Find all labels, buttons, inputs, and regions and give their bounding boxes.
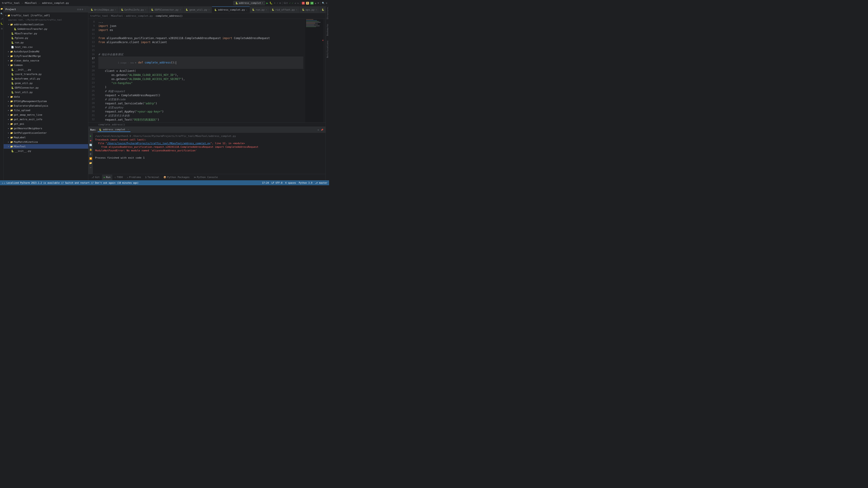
project-more-icon[interactable]: ⋮	[84, 8, 86, 11]
tree-item-getNearestNeighbors[interactable]: ▶ 📁 getNearestNeighbors	[4, 126, 88, 131]
activity-debug-icon[interactable]: 🐛	[0, 22, 3, 25]
tab-GetPoiInfo[interactable]: 🐍 GetPoiInfo.py ✕	[119, 6, 149, 13]
tree-item-ExploratoryDataAnalysis[interactable]: ▶ 📁 ExploratoryDataAnalysis	[4, 103, 88, 108]
tree-item-get_amap_metro_line[interactable]: ▶ 📁 get_amap_metro_line	[4, 112, 88, 117]
tree-item-MGeoTool[interactable]: ▼ 📁 MGeoTool	[4, 144, 88, 149]
status-indent[interactable]: 4 spaces	[285, 182, 296, 184]
tab-rid_offset[interactable]: 🐍 rid_offset.py ✕	[270, 6, 300, 13]
git-undo[interactable]: ↺	[295, 2, 296, 4]
tab-ODPSConnector[interactable]: 🐍 ODPSConnector.py ✕	[149, 6, 183, 13]
run-settings-icon[interactable]: ⚙	[317, 128, 319, 131]
tree-item-geom_util[interactable]: 🐍 geom_util.py	[4, 81, 88, 86]
structure-panel-label[interactable]: Structure	[327, 7, 329, 19]
tree-item-coord_transform[interactable]: 🐍 coord_transform.py	[4, 72, 88, 76]
tree-item-MapMatchKinetica[interactable]: ▶ 📁 MapMatchKinetica	[4, 140, 88, 144]
tree-item-test_res[interactable]: 📄 test_res.csv	[4, 45, 88, 49]
run-clear-btn[interactable]: 🗑	[89, 152, 92, 156]
tree-item-ODPSConnector[interactable]: 🐍 ODPSConnector.py	[4, 86, 88, 90]
tree-item-GetPolygonVisionCenter[interactable]: ▶ 📁 GetPolygonVisionCenter	[4, 131, 88, 135]
bottom-tab-python-console[interactable]: ≫ Python Console	[192, 175, 220, 180]
bottom-tab-todo[interactable]: ☐ TODO	[113, 175, 125, 180]
tab-ops[interactable]: 🐍 ops.py ✕	[300, 6, 319, 13]
bottom-tab-git[interactable]: ⎇ Git	[90, 175, 101, 180]
tree-item-Common[interactable]: ▼ 📁 Common	[4, 63, 88, 67]
tree-item-dataframe_util[interactable]: 🐍 dataframe_util.py	[4, 76, 88, 81]
vertical-scrollbar[interactable]	[323, 19, 326, 123]
expand-all-icon[interactable]: ⊞	[80, 8, 81, 11]
status-warning[interactable]: ⚠ ⚠ Localized PyCharm 2023.1.2 is availa…	[2, 182, 138, 184]
tab-rid_combine[interactable]: 🐍 rid_combine.py ✕	[319, 6, 326, 13]
run-button[interactable]: ▶	[267, 1, 268, 5]
tab-close-ops[interactable]: ✕	[315, 8, 317, 11]
tree-item-AutoOutputIndexMd[interactable]: ▶ 📁 AutoOutputIndexMd	[4, 49, 88, 54]
bottom-tab-python-packages[interactable]: 📦 Python Packages	[162, 175, 191, 180]
run-filter-btn[interactable]: 🔽	[89, 157, 92, 160]
activity-extensions-icon[interactable]: ⧉	[0, 27, 3, 30]
tree-item-CityTravelNetMerge[interactable]: ▶ 📁 CityTravelNetMerge	[4, 54, 88, 58]
tab-geom_util[interactable]: 🐍 geom_util.py ✕	[183, 6, 212, 13]
run-wrap-btn[interactable]: ↩	[89, 166, 92, 169]
tree-item-clean_data_source[interactable]: ▶ 📁 clean_data_source	[4, 58, 88, 63]
debug-button[interactable]: 🐛	[270, 2, 273, 4]
run-tab-close[interactable]: ✕	[128, 129, 129, 131]
status-position[interactable]: 17:24	[262, 182, 269, 184]
tree-item-MapLabel[interactable]: ▶ 📁 MapLabel	[4, 135, 88, 140]
run-stop-btn[interactable]: ◼	[89, 138, 92, 142]
collapse-all-icon[interactable]: ⊟	[77, 8, 79, 11]
tab-address_complet[interactable]: 🐍 address_complet.py ✕	[212, 6, 250, 13]
bottom-tab-problems[interactable]: ⚠ Problems	[125, 175, 143, 180]
tree-item-addressNormalization[interactable]: ▼ 📁 addressNormalization	[4, 22, 88, 27]
tree-item-data[interactable]: ▶ 📁 data	[4, 94, 88, 99]
tab-close-run[interactable]: ✕	[266, 8, 267, 11]
tree-item-test_util[interactable]: 🐍 test_util.py	[4, 90, 88, 94]
tree-item-get_poi[interactable]: ▶ 📁 get_poi	[4, 122, 88, 126]
tab-Write2Odps[interactable]: 🐍 Write2Odps.py ✕	[88, 6, 119, 13]
tab-close-rid_offset[interactable]: ✕	[296, 8, 297, 11]
tree-item-file_upload[interactable]: ▶ 📁 file_upload	[4, 108, 88, 112]
activity-folder-icon[interactable]: 📁	[0, 7, 3, 10]
status-encoding[interactable]: LF UTF-8	[272, 182, 282, 184]
tree-item-DTCAlgManagementSystem[interactable]: ▶ 📁 DTCAlgManagementSystem	[4, 99, 88, 103]
tree-item-GdAddressTransfer[interactable]: 🐍 GdAddressTransfer.py	[4, 27, 88, 31]
tree-item-PgConn[interactable]: 🐍 PgConn.py	[4, 36, 88, 40]
status-python[interactable]: Python 3.9	[299, 182, 312, 184]
tab-close-geom_util[interactable]: ✕	[209, 8, 210, 11]
settings-icon[interactable]: ⚙	[326, 2, 327, 4]
code-content[interactable]: ... import json import os from aliyunsdk…	[96, 19, 305, 123]
tree-item-init2[interactable]: 🐍 __init__.py	[4, 149, 88, 153]
tree-item-get_metro_exit_info[interactable]: ▶ 📁 get_metro_exit_info	[4, 117, 88, 122]
bottom-tab-terminal[interactable]: $ Terminal	[143, 175, 161, 180]
run-restart-btn[interactable]: 🔄	[89, 143, 92, 147]
settings-project-icon[interactable]: ⚙	[82, 8, 83, 11]
coverage-button[interactable]: ☂	[274, 2, 275, 4]
tab-close-ODPSConnector[interactable]: ✕	[180, 8, 181, 11]
scroll-up[interactable]: ▲	[315, 2, 316, 4]
bottom-tab-run[interactable]: ▶ Run	[102, 175, 112, 180]
run-config-selector[interactable]: 🐍 address_complet ▼	[233, 1, 265, 5]
concurrency-button[interactable]: ⚙	[279, 2, 281, 4]
scroll-down[interactable]: ▼	[318, 2, 319, 4]
git-redo[interactable]: ↻	[298, 2, 299, 4]
bookmarks-panel-label[interactable]: Bookmarks	[327, 24, 329, 36]
run-play-btn[interactable]: ▶	[89, 134, 92, 138]
activity-search-icon[interactable]: 🔍	[0, 12, 3, 15]
tab-close-Write2Odps[interactable]: ✕	[115, 8, 116, 11]
search-icon[interactable]: 🔍	[322, 2, 324, 4]
activity-git-icon[interactable]: ⎇	[0, 17, 3, 20]
run-tab-address_complet[interactable]: 🐍 address_complet ✕	[98, 128, 130, 132]
tab-close-address_complet[interactable]: ✕	[246, 9, 247, 11]
tab-run[interactable]: 🐍 run.py ✕	[250, 6, 270, 13]
tree-item-init[interactable]: 🐍 __init__.py	[4, 67, 88, 72]
git-check2[interactable]: ✓	[292, 2, 293, 4]
tree-item-run[interactable]: 🐍 run.py	[4, 40, 88, 45]
tree-item-MGeoTransfer[interactable]: 🐍 MGeoTransfer.py	[4, 31, 88, 36]
tree-root[interactable]: ▼ 📁 traffic_tool [traffic_udf]	[4, 13, 88, 18]
profile-button[interactable]: ⚡	[277, 2, 278, 4]
notifications-panel-label[interactable]: Notifications	[327, 40, 329, 58]
code-editor[interactable]: 8 9 10 11 12 13 14 15 16 17 18 19 20 21 …	[88, 19, 326, 123]
run-open-btn[interactable]: 📂	[89, 161, 92, 165]
git-check1[interactable]: ✓	[289, 2, 291, 4]
run-pin-icon[interactable]: 📌	[320, 128, 324, 131]
status-branch[interactable]: ⎇ master	[315, 182, 327, 184]
run-scroll-lock-btn[interactable]: 🔒	[89, 148, 92, 151]
